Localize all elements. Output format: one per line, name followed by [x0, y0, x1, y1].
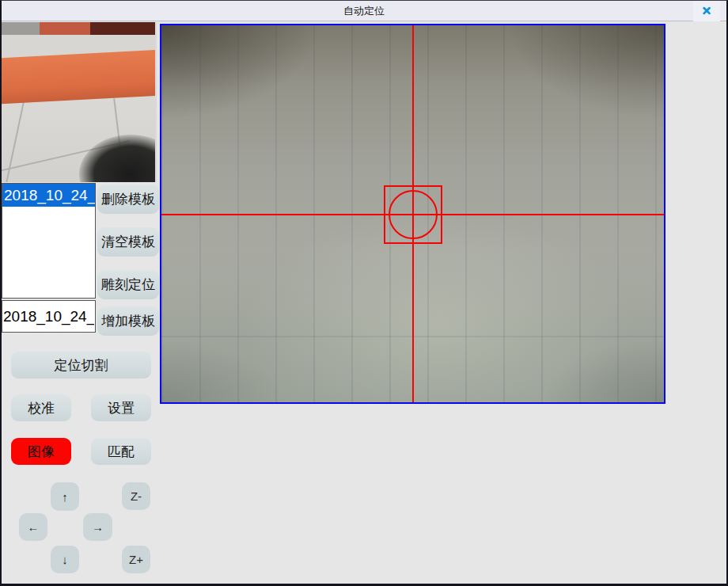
clear-templates-button[interactable]: 清空模板 [97, 227, 159, 257]
add-template-button[interactable]: 增加模板 [97, 306, 159, 336]
image-button-active[interactable]: 图像 [11, 438, 71, 465]
jog-z-plus-button[interactable]: Z+ [122, 546, 150, 573]
page-title: 自动定位 [343, 4, 385, 18]
match-region-circle [389, 190, 438, 239]
jog-up-button[interactable]: ↑ [51, 482, 79, 511]
title-bar: 自动定位 ✕ [2, 1, 726, 21]
delete-template-button[interactable]: 删除模板 [97, 185, 159, 214]
template-name-input[interactable] [2, 300, 96, 333]
close-button[interactable]: ✕ [693, 1, 720, 21]
list-item[interactable]: 2018_10_24_11 [2, 184, 95, 207]
jog-left-button[interactable]: ← [19, 513, 47, 541]
engrave-locate-button[interactable]: 雕刻定位 [97, 270, 159, 299]
template-list[interactable]: 2018_10_24_11 [2, 183, 96, 299]
settings-button[interactable]: 设置 [91, 394, 151, 421]
preview-orange-beam [2, 49, 157, 104]
calibrate-button[interactable]: 校准 [11, 394, 71, 421]
close-icon: ✕ [702, 4, 712, 18]
template-preview-image [2, 22, 157, 182]
jog-right-button[interactable]: → [83, 513, 112, 541]
jog-z-minus-button[interactable]: Z- [122, 482, 150, 510]
preview-top-gray-block [2, 22, 40, 35]
jog-down-button[interactable]: ↓ [51, 546, 79, 573]
locate-cut-button[interactable]: 定位切割 [11, 352, 151, 379]
preview-top-orange-block [40, 22, 90, 35]
camera-view[interactable] [160, 24, 665, 404]
match-button[interactable]: 匹配 [91, 438, 151, 465]
auto-locate-dialog: 自动定位 ✕ 2018_10_24_11 删除模板 清空模板 雕刻定位 增加模板… [0, 0, 728, 586]
